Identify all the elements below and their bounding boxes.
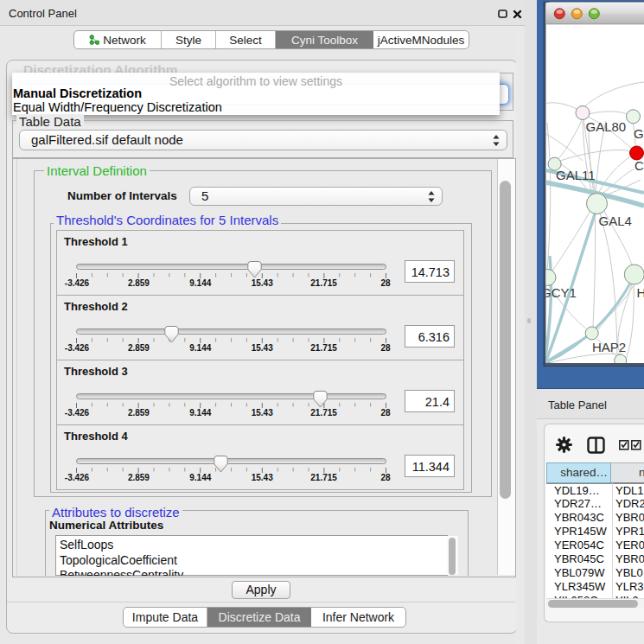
svg-text:GCY1: GCY1 <box>541 285 577 300</box>
svg-text:C: C <box>634 158 644 173</box>
svg-text:H: H <box>637 285 644 300</box>
svg-text:GAL11: GAL11 <box>556 168 596 182</box>
svg-text:HAP2: HAP2 <box>592 340 626 354</box>
svg-text:GAL80: GAL80 <box>586 119 627 134</box>
svg-text:GA: GA <box>634 126 644 141</box>
svg-text:GAL4: GAL4 <box>599 214 632 228</box>
